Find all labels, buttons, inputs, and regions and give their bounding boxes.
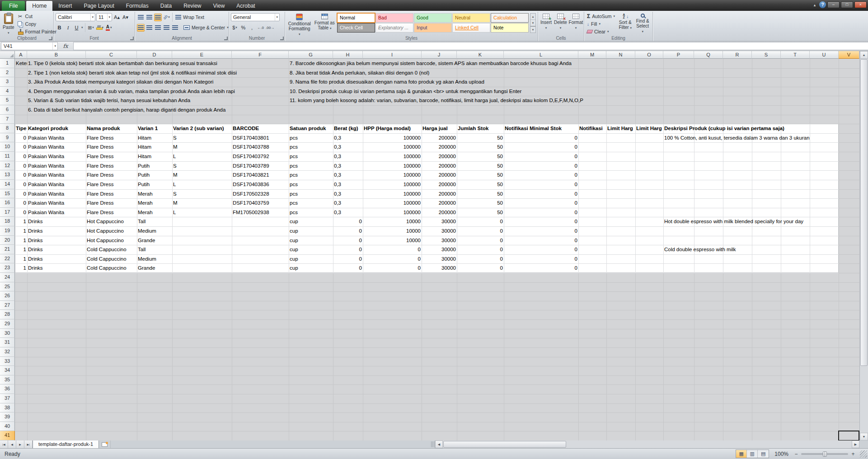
insert-worksheet-button[interactable] — [99, 440, 111, 448]
cell-D19[interactable]: Medium — [137, 226, 157, 236]
cell-I17[interactable]: 100000 — [363, 208, 422, 217]
orientation-button[interactable]: ab▾ — [163, 14, 170, 21]
cell-H17[interactable]: 0,3 — [333, 208, 342, 217]
zoom-in-button[interactable]: + — [850, 451, 856, 457]
bold-button[interactable]: B — [56, 24, 63, 32]
cell-B14[interactable]: Pakaian Wanita — [27, 180, 65, 189]
font-dialog-launcher[interactable] — [130, 37, 134, 40]
close-button[interactable]: × — [854, 1, 867, 8]
cell-E13[interactable]: M — [172, 170, 178, 180]
vertical-scroll-track[interactable] — [860, 59, 868, 433]
align-center-button[interactable] — [145, 24, 153, 32]
cell-E10[interactable]: M — [172, 142, 178, 152]
row-header-33[interactable]: 33 — [0, 357, 15, 366]
cell-N8[interactable]: Limit Harg — [606, 124, 635, 133]
zoom-slider-thumb[interactable] — [823, 451, 827, 457]
cell-G8[interactable]: Satuan produk — [289, 124, 327, 133]
column-header-M[interactable]: M — [578, 51, 606, 59]
cell-A19[interactable]: 1 — [15, 226, 27, 236]
cell-style-neutral[interactable]: Neutral — [452, 13, 490, 23]
font-color-button[interactable]: A▾ — [105, 24, 113, 32]
borders-button[interactable]: ⊞▾ — [87, 24, 95, 32]
cell-J8[interactable]: Harga jual — [422, 124, 449, 133]
cell-B8[interactable]: Kategori produk — [27, 124, 69, 133]
cell-B13[interactable]: Pakaian Wanita — [27, 170, 65, 180]
cell-F14[interactable]: DSF170403836 — [232, 180, 270, 189]
cell-K11[interactable]: 50 — [457, 152, 504, 161]
cell-L8[interactable]: Notifikasi Minimal Stok — [504, 124, 563, 133]
cell-E14[interactable]: L — [172, 180, 177, 189]
cell-L20[interactable]: 0 — [504, 236, 578, 245]
row-header-27[interactable]: 27 — [0, 301, 15, 310]
cell-J13[interactable]: 200000 — [422, 170, 457, 180]
cell-G1[interactable]: 7. Barcode dikosongkan jika belum mempun… — [289, 59, 572, 68]
cut-button[interactable]: ✂Cut — [16, 13, 57, 20]
cell-J18[interactable]: 30000 — [422, 217, 457, 226]
percent-style-button[interactable]: % — [239, 24, 247, 32]
paste-button[interactable]: Paste▾ — [2, 13, 15, 35]
cell-K12[interactable]: 50 — [457, 161, 504, 171]
column-header-U[interactable]: U — [810, 51, 839, 59]
cell-A9[interactable]: 0 — [15, 133, 27, 143]
cell-F12[interactable]: DSF170403789 — [232, 161, 270, 171]
cell-H23[interactable]: 0 — [333, 263, 363, 273]
cell-B16[interactable]: Pakaian Wanita — [27, 198, 65, 208]
cell-J19[interactable]: 30000 — [422, 226, 457, 236]
fill-color-button[interactable]: ▾ — [96, 24, 104, 32]
cell-style-input[interactable]: Input — [414, 23, 452, 33]
ribbon-tab-view[interactable]: View — [207, 1, 231, 11]
autosum-button[interactable]: ΣAutoSum▾ — [586, 13, 616, 20]
row-header-34[interactable]: 34 — [0, 366, 15, 375]
row-header-18[interactable]: 18 — [0, 217, 15, 226]
comma-style-button[interactable]: , — [248, 24, 256, 32]
row-header-19[interactable]: 19 — [0, 226, 15, 236]
column-header-T[interactable]: T — [781, 51, 810, 59]
column-header-K[interactable]: K — [457, 51, 504, 59]
cell-I11[interactable]: 100000 — [363, 152, 422, 161]
column-header-O[interactable]: O — [635, 51, 663, 59]
align-right-button[interactable] — [154, 24, 162, 32]
grow-font-button[interactable]: A▴ — [113, 14, 121, 21]
row-header-31[interactable]: 31 — [0, 338, 15, 347]
cell-H20[interactable]: 0 — [333, 236, 363, 245]
cell-B10[interactable]: Pakaian Wanita — [27, 142, 65, 152]
cell-F16[interactable]: DSF170403759 — [232, 198, 270, 208]
find-select-button[interactable]: Find & Select ▾ — [634, 13, 651, 35]
cell-C10[interactable]: Flare Dress — [86, 142, 114, 152]
conditional-formatting-button[interactable]: Conditional Formatting ▾ — [287, 13, 312, 37]
cell-C17[interactable]: Flare Dress — [86, 208, 114, 217]
row-header-10[interactable]: 10 — [0, 142, 15, 152]
number-format-select[interactable]: General▾ — [231, 13, 280, 21]
cell-E11[interactable]: L — [172, 152, 177, 161]
next-sheet-button[interactable]: ▶ — [16, 440, 24, 448]
cell-F13[interactable]: DSF170403821 — [232, 170, 270, 180]
cell-D18[interactable]: Tall — [137, 217, 146, 226]
cell-D21[interactable]: Tall — [137, 245, 146, 254]
cell-B1[interactable]: 1. Tipe 0 (kelola stok) berarti stok aka… — [27, 59, 289, 68]
cell-style-good[interactable]: Good — [414, 13, 452, 23]
cell-I22[interactable]: 0 — [363, 254, 422, 264]
cell-J16[interactable]: 200000 — [422, 198, 457, 208]
cell-G3[interactable]: 9. Nama file foto produk disesuaikan den… — [289, 77, 485, 87]
font-family-select[interactable]: Calibri▾ — [56, 13, 95, 21]
cell-style-calculation[interactable]: Calculation — [491, 13, 529, 23]
cell-D13[interactable]: Putih — [137, 170, 150, 180]
cell-B2[interactable]: 2. Tipe 1 (non kelola stok) berarti stok… — [27, 68, 289, 78]
minimize-button[interactable]: – — [827, 1, 840, 8]
cell-C9[interactable]: Flare Dress — [86, 133, 114, 143]
format-painter-button[interactable]: Format Painter — [16, 28, 57, 35]
row-header-6[interactable]: 6 — [0, 105, 15, 115]
cell-I15[interactable]: 100000 — [363, 189, 422, 199]
cell-F17[interactable]: FM1705002938 — [232, 208, 270, 217]
cell-E9[interactable]: S — [172, 133, 178, 143]
column-header-E[interactable]: E — [172, 51, 232, 59]
cell-K13[interactable]: 50 — [457, 170, 504, 180]
cell-H13[interactable]: 0,3 — [333, 170, 342, 180]
cell-J23[interactable]: 30000 — [422, 263, 457, 273]
cell-I20[interactable]: 10000 — [363, 236, 422, 245]
cell-A23[interactable]: 1 — [15, 263, 27, 273]
cell-H21[interactable]: 0 — [333, 245, 363, 254]
cell-D22[interactable]: Medium — [137, 254, 157, 264]
cell-G13[interactable]: pcs — [289, 170, 299, 180]
cell-L19[interactable]: 0 — [504, 226, 578, 236]
